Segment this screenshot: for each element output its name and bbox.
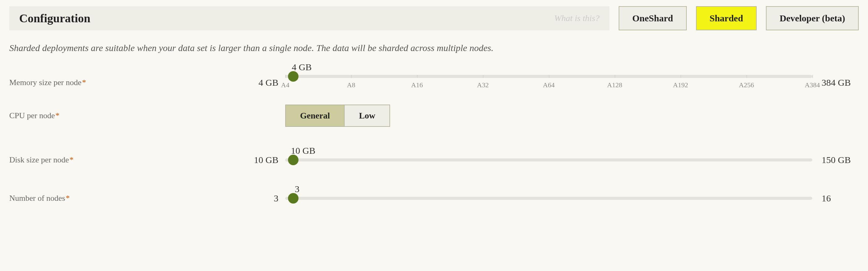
- nodes-max: 16: [822, 193, 859, 204]
- memory-slider-thumb[interactable]: [288, 71, 299, 82]
- nodes-slider[interactable]: 3: [285, 197, 812, 200]
- memory-max: 384 GB: [822, 77, 859, 88]
- cpu-segmented: General Low: [285, 104, 390, 127]
- title-bar: Configuration What is this?: [9, 6, 610, 30]
- memory-label: Memory size per node*: [9, 78, 247, 87]
- nodes-slider-thumb[interactable]: [288, 193, 299, 204]
- disk-slider[interactable]: 10 GB: [285, 158, 812, 161]
- cpu-low-button[interactable]: Low: [344, 105, 390, 126]
- cpu-label: CPU per node*: [9, 111, 247, 120]
- disk-value-label: 10 GB: [291, 145, 315, 156]
- nodes-value-label: 3: [295, 184, 300, 194]
- memory-tick-labels: A4 A8 A16 A32 A64 A128 A192 A256 A384: [285, 81, 812, 90]
- deployment-mode-tabs: OneShard Sharded Developer (beta): [619, 6, 859, 30]
- nodes-min: 3: [247, 193, 278, 204]
- tab-developer[interactable]: Developer (beta): [766, 6, 859, 30]
- page-title: Configuration: [19, 11, 90, 25]
- memory-value-label: 4 GB: [292, 62, 311, 72]
- disk-label: Disk size per node*: [9, 155, 247, 164]
- disk-slider-thumb[interactable]: [288, 155, 299, 165]
- cpu-general-button[interactable]: General: [286, 105, 344, 126]
- tab-sharded[interactable]: Sharded: [696, 6, 757, 30]
- tab-oneshard[interactable]: OneShard: [619, 6, 687, 30]
- disk-max: 150 GB: [822, 155, 859, 165]
- what-is-this-link[interactable]: What is this?: [554, 13, 599, 23]
- memory-slider[interactable]: 4 GB: [285, 75, 812, 78]
- disk-min: 10 GB: [247, 155, 278, 165]
- nodes-label: Number of nodes*: [9, 194, 247, 203]
- memory-min: 4 GB: [247, 77, 278, 88]
- mode-description: Sharded deployments are suitable when yo…: [9, 43, 859, 53]
